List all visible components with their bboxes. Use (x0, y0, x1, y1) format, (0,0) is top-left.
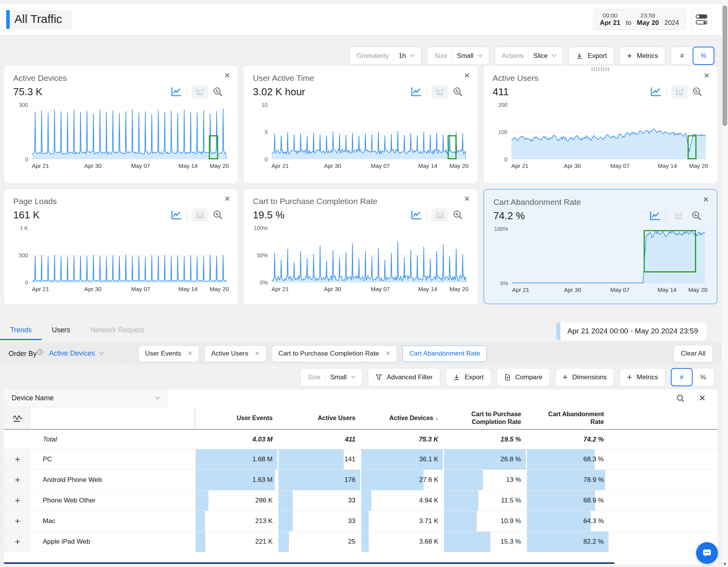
search-icon[interactable] (676, 394, 685, 403)
scroll-down-arrow[interactable]: ▼ (722, 562, 728, 566)
tab-network-request[interactable]: Network Request (80, 321, 154, 340)
expand-row-button[interactable]: + (4, 449, 31, 469)
bar-chart-icon[interactable] (432, 85, 448, 99)
chart-plot[interactable] (32, 105, 226, 159)
column-header[interactable]: User Events (194, 407, 277, 429)
chevron-down-icon (155, 394, 160, 400)
table-row: +Mac213 K333.71 K10.9 %64.3 % (4, 511, 718, 532)
metric-chip[interactable]: Cart to Purchase Completion Rate✕ (272, 345, 397, 362)
horizontal-scrollbar[interactable] (4, 562, 614, 564)
percent-toggle[interactable]: % (692, 368, 714, 386)
tab-trends[interactable]: Trends (0, 321, 42, 340)
expand-row-button[interactable]: + (4, 532, 31, 552)
column-header[interactable]: Cart AbandonmentRate (526, 407, 609, 429)
line-chart-icon[interactable] (410, 210, 422, 220)
expand-row-button[interactable]: + (4, 511, 31, 531)
percent-toggle[interactable]: % (693, 47, 714, 65)
table-metrics-button[interactable]: + Metrics (620, 368, 665, 386)
cell-value: 4.94 K (360, 490, 443, 511)
metric-chip[interactable]: User Events✕ (138, 345, 199, 362)
bar-chart-icon[interactable] (432, 208, 448, 222)
table-size-select[interactable]: Size Small (300, 368, 362, 386)
line-chart-icon[interactable] (650, 87, 662, 97)
highlight-annotation (448, 135, 457, 159)
bar-chart-icon[interactable] (670, 209, 687, 223)
remove-chip-icon[interactable]: ✕ (385, 350, 390, 357)
table-export-button[interactable]: Export (446, 368, 491, 386)
chart-plot[interactable] (511, 105, 706, 159)
card-value: 74.2 % (494, 210, 525, 222)
granularity-select[interactable]: Granularity 1h (349, 47, 422, 65)
remove-chip-icon[interactable]: ✕ (255, 350, 260, 357)
zoom-chart-icon[interactable] (691, 211, 702, 221)
order-by-select[interactable]: Active Devices (49, 349, 103, 358)
close-icon[interactable]: ✕ (224, 71, 230, 80)
metric-chip[interactable]: Active Users✕ (205, 345, 266, 362)
metrics-button[interactable]: + Metrics (620, 47, 665, 65)
line-chart-icon[interactable] (410, 87, 422, 97)
chart-plot[interactable] (32, 228, 226, 283)
vertical-scrollbar[interactable]: ▼ (721, 0, 728, 567)
header: All Traffic 00:00 23:59 Apr 21 to May 20… (0, 4, 721, 35)
line-chart-icon[interactable] (170, 87, 182, 97)
bar-chart-icon[interactable] (192, 85, 208, 99)
close-icon[interactable]: ✕ (703, 195, 709, 204)
column-header[interactable]: Active Users (277, 407, 360, 429)
column-header[interactable]: Active Devices↓ (360, 407, 443, 429)
plus-icon: + (563, 372, 568, 382)
expand-row-button[interactable]: + (4, 490, 31, 511)
cell-value: 27.6 K (360, 470, 443, 490)
scrollbar-thumb[interactable] (723, 5, 727, 126)
column-header[interactable]: Cart to PurchaseCompletion Rate (443, 407, 526, 429)
value-bar (196, 532, 205, 552)
close-icon[interactable]: ✕ (464, 194, 470, 203)
export-button[interactable]: Export (569, 47, 614, 65)
chart-plot[interactable] (271, 228, 466, 283)
download-icon (453, 374, 460, 381)
cell-value: 36.1 K (360, 449, 443, 469)
info-icon: i (37, 349, 43, 355)
bar-chart-icon[interactable] (671, 85, 688, 99)
clear-all-button[interactable]: Clear All (674, 345, 713, 362)
remove-chip-icon[interactable]: ✕ (187, 350, 192, 357)
bar-chart-icon[interactable] (192, 208, 208, 222)
card-tools (170, 85, 223, 99)
chart-plot[interactable] (271, 105, 466, 159)
close-icon[interactable]: ✕ (704, 71, 710, 80)
table-header-row: User EventsActive UsersActive Devices↓Ca… (4, 407, 718, 430)
chart-plot[interactable] (512, 229, 705, 283)
dimensions-button[interactable]: + Dimensions (555, 368, 614, 386)
zoom-chart-icon[interactable] (213, 87, 223, 97)
zoom-chart-icon[interactable] (213, 210, 223, 220)
advanced-filter-button[interactable]: Advanced Filter (368, 368, 440, 386)
line-chart-icon[interactable] (170, 210, 182, 220)
actions-select[interactable]: Actions Slice (495, 47, 564, 65)
zoom-chart-icon[interactable] (453, 87, 463, 97)
close-icon[interactable]: ✕ (224, 194, 230, 203)
end-time: 23:59 (637, 12, 659, 19)
size-select[interactable]: Size Small (427, 47, 489, 65)
value-bar (361, 511, 369, 531)
date-range-picker[interactable]: 00:00 23:59 Apr 21 to May 20 2024 (593, 9, 686, 30)
expand-row-button[interactable]: + (4, 470, 31, 490)
card-title: Active Devices (13, 73, 229, 83)
trend-column-icon[interactable] (4, 407, 31, 429)
cell-value: 15.3 % (443, 532, 526, 552)
row-name: Phone Web Other (31, 490, 194, 511)
zoom-chart-icon[interactable] (453, 210, 463, 220)
compare-button[interactable]: Compare (497, 368, 550, 386)
chat-widget-button[interactable] (696, 542, 718, 564)
layout-toggle-button[interactable] (691, 9, 712, 30)
selected-date-range[interactable]: Apr 21 2024 00:00 - May 20 2024 23:59 (556, 322, 707, 340)
count-toggle[interactable]: # (671, 368, 693, 386)
close-icon[interactable]: ✕ (699, 393, 706, 403)
close-icon[interactable]: ✕ (464, 71, 470, 80)
line-chart-icon[interactable] (649, 211, 661, 221)
drag-handle-icon[interactable] (592, 68, 609, 71)
zoom-chart-icon[interactable] (692, 87, 703, 97)
dimension-selector[interactable]: Device Name (4, 389, 167, 407)
tab-users[interactable]: Users (42, 321, 80, 340)
metric-chip[interactable]: Cart Abandonment Rate (402, 345, 486, 362)
count-toggle[interactable]: # (671, 47, 693, 65)
granularity-value: 1h (399, 52, 406, 60)
